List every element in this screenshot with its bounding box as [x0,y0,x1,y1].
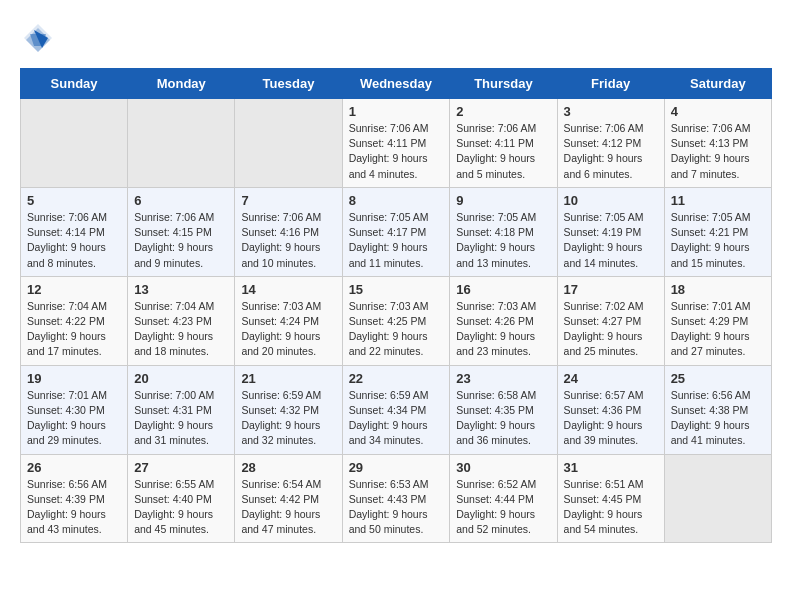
day-number: 24 [564,371,659,386]
day-number: 8 [349,193,445,208]
calendar-cell: 21Sunrise: 6:59 AMSunset: 4:32 PMDayligh… [235,365,342,454]
day-info: Sunrise: 7:05 AMSunset: 4:17 PMDaylight:… [349,210,445,271]
calendar-cell: 31Sunrise: 6:51 AMSunset: 4:45 PMDayligh… [557,454,664,543]
day-number: 23 [456,371,551,386]
calendar-cell [128,99,235,188]
calendar-cell: 15Sunrise: 7:03 AMSunset: 4:25 PMDayligh… [342,276,450,365]
day-info: Sunrise: 7:02 AMSunset: 4:27 PMDaylight:… [564,299,659,360]
day-number: 22 [349,371,445,386]
calendar-cell: 28Sunrise: 6:54 AMSunset: 4:42 PMDayligh… [235,454,342,543]
day-info: Sunrise: 7:03 AMSunset: 4:24 PMDaylight:… [241,299,336,360]
day-info: Sunrise: 7:05 AMSunset: 4:19 PMDaylight:… [564,210,659,271]
day-number: 4 [671,104,766,119]
calendar-cell: 4Sunrise: 7:06 AMSunset: 4:13 PMDaylight… [664,99,771,188]
day-number: 9 [456,193,551,208]
day-info: Sunrise: 7:05 AMSunset: 4:21 PMDaylight:… [671,210,766,271]
calendar-cell: 13Sunrise: 7:04 AMSunset: 4:23 PMDayligh… [128,276,235,365]
day-info: Sunrise: 6:53 AMSunset: 4:43 PMDaylight:… [349,477,445,538]
day-number: 28 [241,460,336,475]
day-number: 14 [241,282,336,297]
weekday-header-friday: Friday [557,69,664,99]
day-number: 5 [27,193,122,208]
day-info: Sunrise: 6:56 AMSunset: 4:38 PMDaylight:… [671,388,766,449]
calendar-cell: 2Sunrise: 7:06 AMSunset: 4:11 PMDaylight… [450,99,557,188]
day-number: 15 [349,282,445,297]
calendar-cell [21,99,128,188]
calendar-cell: 10Sunrise: 7:05 AMSunset: 4:19 PMDayligh… [557,187,664,276]
day-info: Sunrise: 7:06 AMSunset: 4:13 PMDaylight:… [671,121,766,182]
day-number: 26 [27,460,122,475]
day-info: Sunrise: 7:06 AMSunset: 4:11 PMDaylight:… [349,121,445,182]
day-number: 2 [456,104,551,119]
calendar-cell: 24Sunrise: 6:57 AMSunset: 4:36 PMDayligh… [557,365,664,454]
weekday-header-tuesday: Tuesday [235,69,342,99]
day-info: Sunrise: 7:06 AMSunset: 4:16 PMDaylight:… [241,210,336,271]
day-info: Sunrise: 7:04 AMSunset: 4:23 PMDaylight:… [134,299,229,360]
day-number: 25 [671,371,766,386]
day-number: 17 [564,282,659,297]
day-number: 16 [456,282,551,297]
day-info: Sunrise: 6:55 AMSunset: 4:40 PMDaylight:… [134,477,229,538]
day-number: 13 [134,282,229,297]
day-number: 20 [134,371,229,386]
calendar-cell: 9Sunrise: 7:05 AMSunset: 4:18 PMDaylight… [450,187,557,276]
day-info: Sunrise: 6:56 AMSunset: 4:39 PMDaylight:… [27,477,122,538]
day-number: 10 [564,193,659,208]
page: SundayMondayTuesdayWednesdayThursdayFrid… [0,0,792,553]
day-info: Sunrise: 6:52 AMSunset: 4:44 PMDaylight:… [456,477,551,538]
calendar-week-row: 26Sunrise: 6:56 AMSunset: 4:39 PMDayligh… [21,454,772,543]
calendar-cell: 17Sunrise: 7:02 AMSunset: 4:27 PMDayligh… [557,276,664,365]
day-info: Sunrise: 7:01 AMSunset: 4:29 PMDaylight:… [671,299,766,360]
calendar-cell [664,454,771,543]
calendar-cell: 26Sunrise: 6:56 AMSunset: 4:39 PMDayligh… [21,454,128,543]
day-info: Sunrise: 6:51 AMSunset: 4:45 PMDaylight:… [564,477,659,538]
day-info: Sunrise: 7:03 AMSunset: 4:26 PMDaylight:… [456,299,551,360]
calendar-header-row: SundayMondayTuesdayWednesdayThursdayFrid… [21,69,772,99]
day-number: 6 [134,193,229,208]
day-info: Sunrise: 6:54 AMSunset: 4:42 PMDaylight:… [241,477,336,538]
day-info: Sunrise: 6:59 AMSunset: 4:32 PMDaylight:… [241,388,336,449]
calendar-table: SundayMondayTuesdayWednesdayThursdayFrid… [20,68,772,543]
calendar-cell: 12Sunrise: 7:04 AMSunset: 4:22 PMDayligh… [21,276,128,365]
day-number: 11 [671,193,766,208]
calendar-cell: 20Sunrise: 7:00 AMSunset: 4:31 PMDayligh… [128,365,235,454]
day-number: 12 [27,282,122,297]
calendar-week-row: 1Sunrise: 7:06 AMSunset: 4:11 PMDaylight… [21,99,772,188]
calendar-cell: 25Sunrise: 6:56 AMSunset: 4:38 PMDayligh… [664,365,771,454]
calendar-cell: 30Sunrise: 6:52 AMSunset: 4:44 PMDayligh… [450,454,557,543]
day-info: Sunrise: 7:06 AMSunset: 4:14 PMDaylight:… [27,210,122,271]
day-info: Sunrise: 7:03 AMSunset: 4:25 PMDaylight:… [349,299,445,360]
calendar-cell: 7Sunrise: 7:06 AMSunset: 4:16 PMDaylight… [235,187,342,276]
calendar-cell: 19Sunrise: 7:01 AMSunset: 4:30 PMDayligh… [21,365,128,454]
weekday-header-monday: Monday [128,69,235,99]
calendar-cell: 11Sunrise: 7:05 AMSunset: 4:21 PMDayligh… [664,187,771,276]
calendar-week-row: 12Sunrise: 7:04 AMSunset: 4:22 PMDayligh… [21,276,772,365]
day-number: 19 [27,371,122,386]
day-number: 7 [241,193,336,208]
calendar-cell: 8Sunrise: 7:05 AMSunset: 4:17 PMDaylight… [342,187,450,276]
day-number: 3 [564,104,659,119]
calendar-cell: 18Sunrise: 7:01 AMSunset: 4:29 PMDayligh… [664,276,771,365]
day-number: 29 [349,460,445,475]
day-number: 27 [134,460,229,475]
calendar-cell: 23Sunrise: 6:58 AMSunset: 4:35 PMDayligh… [450,365,557,454]
logo-icon [20,20,56,56]
day-number: 30 [456,460,551,475]
calendar-cell: 3Sunrise: 7:06 AMSunset: 4:12 PMDaylight… [557,99,664,188]
calendar-cell: 6Sunrise: 7:06 AMSunset: 4:15 PMDaylight… [128,187,235,276]
day-number: 21 [241,371,336,386]
day-info: Sunrise: 6:58 AMSunset: 4:35 PMDaylight:… [456,388,551,449]
calendar-cell [235,99,342,188]
day-info: Sunrise: 7:06 AMSunset: 4:11 PMDaylight:… [456,121,551,182]
day-number: 31 [564,460,659,475]
day-number: 1 [349,104,445,119]
day-number: 18 [671,282,766,297]
calendar-cell: 27Sunrise: 6:55 AMSunset: 4:40 PMDayligh… [128,454,235,543]
calendar-week-row: 5Sunrise: 7:06 AMSunset: 4:14 PMDaylight… [21,187,772,276]
calendar-cell: 1Sunrise: 7:06 AMSunset: 4:11 PMDaylight… [342,99,450,188]
day-info: Sunrise: 6:59 AMSunset: 4:34 PMDaylight:… [349,388,445,449]
calendar-cell: 16Sunrise: 7:03 AMSunset: 4:26 PMDayligh… [450,276,557,365]
calendar-cell: 22Sunrise: 6:59 AMSunset: 4:34 PMDayligh… [342,365,450,454]
weekday-header-wednesday: Wednesday [342,69,450,99]
weekday-header-thursday: Thursday [450,69,557,99]
